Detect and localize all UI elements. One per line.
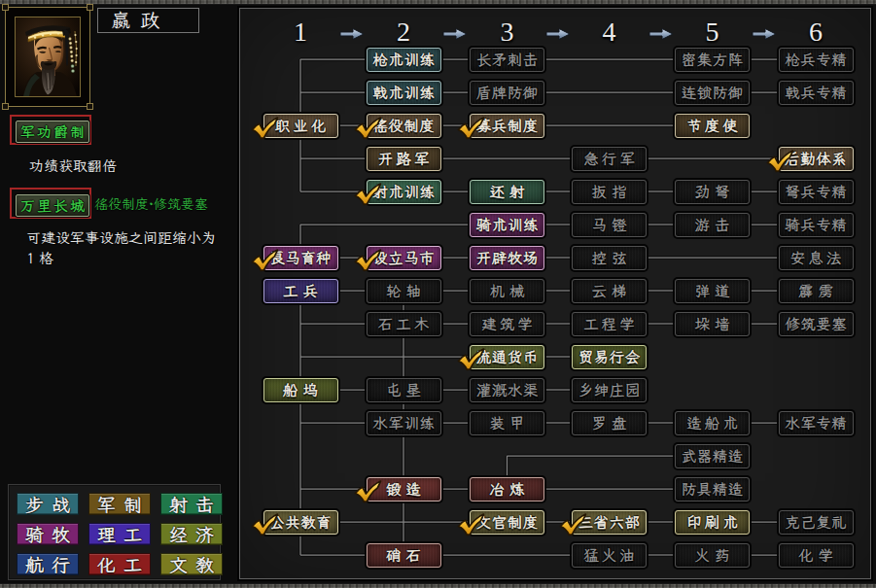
tech-node-文官制度[interactable]: 文官制度 [470, 510, 544, 535]
tech-node-云梯[interactable]: 云梯 [572, 279, 647, 303]
tech-node-三省六部[interactable]: 三省六部 [572, 510, 647, 535]
legend-button-骑牧[interactable]: 骑牧 [17, 523, 79, 545]
tech-node-克己复礼[interactable]: 克己复礼 [779, 510, 854, 535]
tech-node-急行军[interactable]: 急行军 [572, 147, 647, 171]
tech-node-职业化[interactable]: 职业化 [263, 114, 338, 138]
tech-node-装甲[interactable]: 装甲 [470, 411, 544, 435]
legend-button-步战[interactable]: 步战 [17, 493, 79, 515]
ability-desc: 功绩获取翻倍 [29, 156, 117, 176]
tech-node-骑术训练[interactable]: 骑术训练 [470, 213, 544, 237]
tech-node-节度使[interactable]: 节度使 [675, 114, 750, 138]
tech-node-马镫[interactable]: 马镫 [572, 213, 647, 237]
tech-node-label: 控弦 [591, 247, 631, 269]
tech-node-盾牌防御[interactable]: 盾牌防御 [470, 81, 544, 105]
tech-node-良马育种[interactable]: 良马育种 [263, 246, 338, 270]
tech-node-霹雳[interactable]: 霹雳 [779, 279, 854, 303]
tech-node-船坞[interactable]: 船坞 [263, 378, 338, 402]
tech-node-劲弩[interactable]: 劲弩 [675, 180, 750, 204]
tech-node-label: 修筑要塞 [785, 313, 847, 335]
ability-highlight-frame: 万里长城 [10, 188, 91, 219]
tech-node-机械[interactable]: 机械 [470, 279, 544, 303]
tech-node-label: 垛墙 [694, 313, 734, 335]
tech-node-工兵[interactable]: 工兵 [263, 279, 338, 303]
tech-node-密集方阵[interactable]: 密集方阵 [675, 48, 750, 72]
tech-node-label: 急行军 [583, 148, 638, 170]
tech-node-化学[interactable]: 化学 [779, 543, 854, 568]
tech-node-垛墙[interactable]: 垛墙 [675, 312, 750, 336]
legend-button-文教[interactable]: 文教 [160, 553, 223, 575]
tech-node-造船术[interactable]: 造船术 [675, 411, 750, 435]
tech-node-射术训练[interactable]: 射术训练 [367, 180, 441, 204]
legend-button-理工[interactable]: 理工 [88, 523, 151, 545]
tech-node-乡绅庄园[interactable]: 乡绅庄园 [572, 378, 647, 402]
tech-node-水军训练[interactable]: 水军训练 [367, 411, 441, 435]
tier-arrow-icon [545, 27, 571, 41]
tech-node-连锁防御[interactable]: 连锁防御 [675, 81, 750, 105]
tech-node-枪兵专精[interactable]: 枪兵专精 [779, 48, 854, 72]
tech-node-印刷术[interactable]: 印刷术 [675, 510, 750, 535]
ability-button-junggong-juezhi[interactable]: 军功爵制 [16, 121, 89, 143]
tech-node-火药[interactable]: 火药 [675, 543, 750, 568]
legend-button-射击[interactable]: 射击 [160, 493, 223, 515]
tech-node-修筑要塞[interactable]: 修筑要塞 [779, 312, 854, 336]
tech-node-工程学[interactable]: 工程学 [572, 312, 647, 336]
tech-node-label: 戟兵专精 [785, 82, 847, 104]
tech-node-戟术训练[interactable]: 戟术训练 [367, 81, 441, 105]
character-name-field: 嬴政 [97, 8, 199, 33]
tech-node-label: 公共教育 [269, 511, 332, 534]
tech-node-label: 猛火油 [583, 544, 638, 567]
legend-button-航行[interactable]: 航行 [17, 553, 79, 575]
legend-button-化工[interactable]: 化工 [88, 553, 151, 575]
tech-node-长矛刺击[interactable]: 长矛刺击 [470, 48, 544, 72]
tech-node-开辟牧场[interactable]: 开辟牧场 [470, 246, 544, 270]
tech-node-骑兵专精[interactable]: 骑兵专精 [779, 213, 854, 237]
tech-node-锻造[interactable]: 锻造 [367, 477, 441, 502]
tech-node-安息法[interactable]: 安息法 [779, 246, 854, 270]
frame-corner-icon [2, 103, 9, 110]
tech-node-label: 后勤体系 [785, 148, 847, 170]
tech-node-石工木[interactable]: 石工木 [367, 312, 441, 336]
tech-node-枪术训练[interactable]: 枪术训练 [367, 48, 441, 72]
tech-node-水军专精[interactable]: 水军专精 [779, 411, 854, 435]
tech-node-贸易行会[interactable]: 贸易行会 [572, 345, 647, 369]
portrait-frame [5, 7, 90, 107]
tech-node-label: 霹雳 [798, 280, 838, 302]
tech-node-label: 屯垦 [386, 379, 426, 401]
tech-node-武器精造[interactable]: 武器精造 [675, 444, 750, 468]
tech-node-label: 密集方阵 [682, 49, 744, 71]
tech-node-label: 冶炼 [489, 478, 529, 501]
tech-node-label: 戟术训练 [372, 82, 435, 104]
tech-node-防具精造[interactable]: 防具精造 [675, 477, 750, 502]
tech-node-徭役制度[interactable]: 徭役制度 [367, 114, 441, 138]
tech-node-label: 徭役制度 [372, 115, 435, 137]
legend-button-经济[interactable]: 经济 [160, 523, 223, 545]
tech-node-label: 防具精造 [682, 478, 744, 501]
legend-button-军制[interactable]: 军制 [88, 493, 151, 515]
tech-node-label: 设立马市 [372, 247, 435, 269]
tech-node-控弦[interactable]: 控弦 [572, 246, 647, 270]
tech-node-弩兵专精[interactable]: 弩兵专精 [779, 180, 854, 204]
tech-node-还射[interactable]: 还射 [470, 180, 544, 204]
tech-node-灌溉水渠[interactable]: 灌溉水渠 [470, 378, 544, 402]
tier-arrow-icon [648, 27, 674, 41]
tech-node-猛火油[interactable]: 猛火油 [572, 543, 647, 568]
tech-node-轮轴[interactable]: 轮轴 [367, 279, 441, 303]
tech-node-硝石[interactable]: 硝石 [367, 543, 441, 568]
tech-node-冶炼[interactable]: 冶炼 [470, 477, 544, 502]
tech-node-罗盘[interactable]: 罗盘 [572, 411, 647, 435]
tech-node-扳指[interactable]: 扳指 [572, 180, 647, 204]
tech-node-设立马市[interactable]: 设立马市 [367, 246, 441, 270]
tech-node-后勤体系[interactable]: 后勤体系 [779, 147, 854, 171]
tech-node-弹道[interactable]: 弹道 [675, 279, 750, 303]
tech-node-流通货币[interactable]: 流通货币 [470, 345, 544, 369]
tech-node-屯垦[interactable]: 屯垦 [367, 378, 441, 402]
tech-node-募兵制度[interactable]: 募兵制度 [470, 114, 544, 138]
tech-node-label: 还射 [489, 181, 529, 203]
ability-button-wanli-changcheng[interactable]: 万里长城 [16, 194, 89, 217]
tech-node-开路军[interactable]: 开路军 [367, 147, 441, 171]
tech-node-label: 船坞 [283, 379, 323, 401]
tech-node-建筑学[interactable]: 建筑学 [470, 312, 544, 336]
tech-node-公共教育[interactable]: 公共教育 [263, 510, 338, 535]
tech-node-戟兵专精[interactable]: 戟兵专精 [779, 81, 854, 105]
tech-node-游击[interactable]: 游击 [675, 213, 750, 237]
